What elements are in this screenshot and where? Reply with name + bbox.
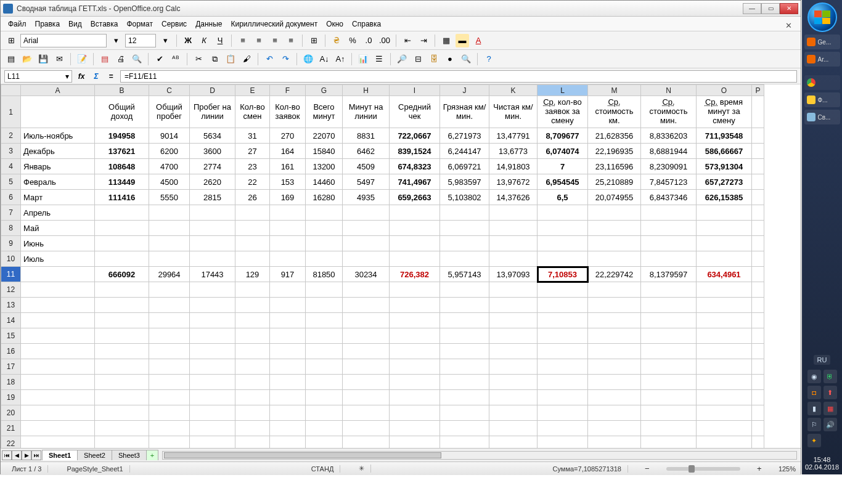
name-box[interactable]: L11 ▾ — [4, 70, 72, 83]
col-header-M[interactable]: M — [588, 85, 641, 96]
tray-network-icon[interactable]: ◘ — [807, 386, 821, 399]
cell-E21[interactable] — [235, 421, 270, 436]
cell-M8[interactable] — [588, 221, 641, 236]
cell-G10[interactable] — [306, 251, 343, 267]
cell-N7[interactable] — [641, 205, 697, 221]
cell-B13[interactable] — [95, 298, 149, 313]
cell-H20[interactable] — [343, 405, 390, 421]
cell-K10[interactable] — [489, 251, 537, 267]
cell-J6[interactable]: 5,103802 — [440, 190, 489, 205]
cell-N20[interactable] — [641, 405, 697, 421]
cell-J21[interactable] — [440, 421, 489, 436]
header-cell-B[interactable]: Общий доход — [95, 96, 149, 128]
cell-P22[interactable] — [752, 436, 764, 449]
cell-P17[interactable] — [752, 359, 764, 375]
zoom-level[interactable]: 125% — [779, 465, 796, 473]
cell-A11[interactable] — [21, 267, 95, 282]
horizontal-scrollbar[interactable] — [162, 451, 797, 460]
cell-G5[interactable]: 14460 — [306, 174, 343, 190]
cell-C6[interactable]: 5550 — [149, 190, 190, 205]
cell-P8[interactable] — [752, 221, 764, 236]
style-icon[interactable]: ⊞ — [4, 34, 18, 47]
col-header-A[interactable]: A — [21, 85, 95, 96]
cell-M14[interactable] — [588, 313, 641, 328]
cell-K22[interactable] — [489, 436, 537, 449]
cell-A14[interactable] — [21, 313, 95, 328]
row-header-5[interactable]: 5 — [1, 174, 21, 190]
cell-F14[interactable] — [270, 313, 306, 328]
cell-D15[interactable] — [190, 328, 235, 344]
cell-L19[interactable] — [537, 390, 588, 405]
cell-B11[interactable]: 666092 — [95, 267, 149, 282]
cell-K6[interactable]: 14,37626 — [489, 190, 537, 205]
select-all-corner[interactable] — [1, 85, 21, 96]
taskbar-folder[interactable]: Ф... — [804, 92, 840, 107]
cell-N15[interactable] — [641, 328, 697, 344]
align-center-button[interactable]: ≡ — [252, 34, 266, 47]
cell-I5[interactable]: 741,4967 — [390, 174, 440, 190]
font-dropdown-icon[interactable]: ▾ — [109, 34, 123, 47]
preview-button[interactable]: 🔍 — [130, 52, 144, 66]
cell-A20[interactable] — [21, 405, 95, 421]
cell-O13[interactable] — [697, 298, 752, 313]
cell-N4[interactable]: 8,2309091 — [641, 159, 697, 174]
cell-H18[interactable] — [343, 375, 390, 390]
save-button[interactable]: 💾 — [36, 52, 50, 66]
cell-O15[interactable] — [697, 328, 752, 344]
formula-input[interactable]: =F11/E11 — [120, 70, 797, 83]
cell-A3[interactable]: Декабрь — [21, 144, 95, 159]
cell-H14[interactable] — [343, 313, 390, 328]
sum-button[interactable]: Σ — [91, 71, 102, 82]
cell-K8[interactable] — [489, 221, 537, 236]
cell-F15[interactable] — [270, 328, 306, 344]
cell-A22[interactable] — [21, 436, 95, 449]
data-sources-button[interactable]: 🗄 — [427, 52, 441, 66]
col-header-P[interactable]: P — [752, 85, 764, 96]
cell-M2[interactable]: 21,628356 — [588, 128, 641, 144]
decrease-indent-button[interactable]: ⇤ — [401, 34, 414, 47]
cell-B6[interactable]: 111416 — [95, 190, 149, 205]
cell-H12[interactable] — [343, 282, 390, 298]
cell-P13[interactable] — [752, 298, 764, 313]
cell-L6[interactable]: 6,5 — [537, 190, 588, 205]
col-header-O[interactable]: O — [697, 85, 752, 96]
cell-F17[interactable] — [270, 359, 306, 375]
row-header-9[interactable]: 9 — [1, 236, 21, 251]
spellcheck-button[interactable]: ✔ — [153, 52, 166, 66]
menu-cyrillic[interactable]: Кириллический документ — [227, 18, 321, 30]
cell-L16[interactable] — [537, 344, 588, 359]
cell-F22[interactable] — [270, 436, 306, 449]
navigator-button[interactable]: ☰ — [372, 52, 386, 66]
header-cell-L[interactable]: Ср. кол-во заявок за смену — [537, 96, 588, 128]
zoom-out-button[interactable]: − — [640, 462, 654, 476]
cell-B4[interactable]: 108648 — [95, 159, 149, 174]
row-header-21[interactable]: 21 — [1, 421, 21, 436]
col-header-H[interactable]: H — [343, 85, 390, 96]
cell-P2[interactable] — [752, 128, 764, 144]
cell-H2[interactable]: 8831 — [343, 128, 390, 144]
cell-A8[interactable]: Май — [21, 221, 95, 236]
new-doc-button[interactable]: ▤ — [4, 52, 18, 66]
open-button[interactable]: 📂 — [20, 52, 34, 66]
add-decimal-button[interactable]: .0 — [362, 34, 375, 47]
cell-O21[interactable] — [697, 421, 752, 436]
menu-file[interactable]: Файл — [4, 18, 30, 30]
cell-L14[interactable] — [537, 313, 588, 328]
cell-J16[interactable] — [440, 344, 489, 359]
cell-O11[interactable]: 634,4961 — [697, 267, 752, 282]
cell-B9[interactable] — [95, 236, 149, 251]
cell-K18[interactable] — [489, 375, 537, 390]
cell-F18[interactable] — [270, 375, 306, 390]
remove-decimal-button[interactable]: .00 — [378, 34, 391, 47]
cell-M22[interactable] — [588, 436, 641, 449]
cell-H17[interactable] — [343, 359, 390, 375]
cell-B16[interactable] — [95, 344, 149, 359]
header-cell-A[interactable] — [21, 96, 95, 128]
cell-I15[interactable] — [390, 328, 440, 344]
cell-O12[interactable] — [697, 282, 752, 298]
row-header-4[interactable]: 4 — [1, 159, 21, 174]
cell-G12[interactable] — [306, 282, 343, 298]
cell-L17[interactable] — [537, 359, 588, 375]
increase-indent-button[interactable]: ⇥ — [417, 34, 430, 47]
cell-D19[interactable] — [190, 390, 235, 405]
